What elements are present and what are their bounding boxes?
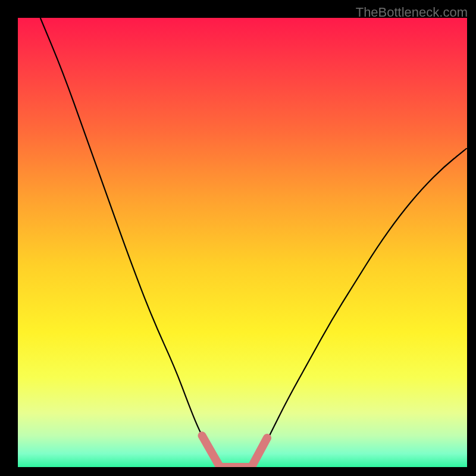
left-curve-path — [40, 18, 220, 467]
curve-layer — [18, 18, 467, 467]
right-curve-path — [252, 148, 467, 467]
watermark-text: TheBottleneck.com — [356, 5, 468, 20]
plot-area — [18, 18, 467, 467]
marker-left — [202, 436, 220, 467]
marker-right — [252, 438, 267, 467]
